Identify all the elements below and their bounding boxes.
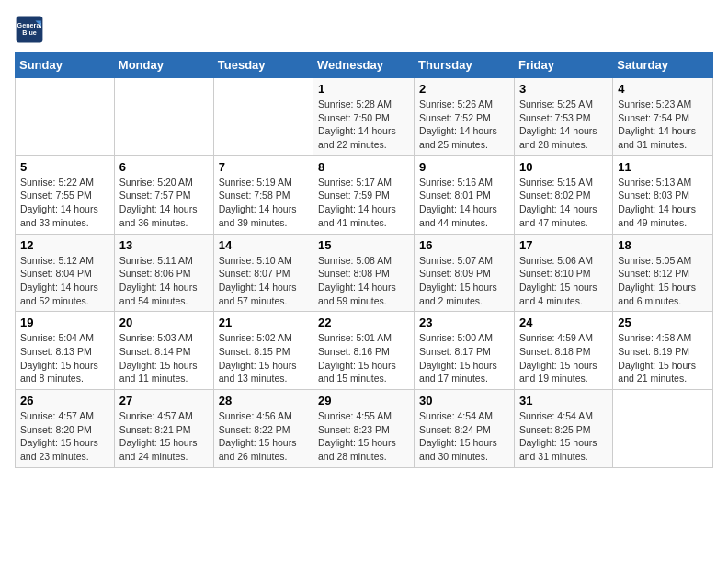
day-info: Sunrise: 5:07 AM Sunset: 8:09 PM Dayligh… <box>419 254 509 308</box>
day-cell: 1Sunrise: 5:28 AM Sunset: 7:50 PM Daylig… <box>313 78 415 156</box>
day-number: 24 <box>519 316 608 329</box>
day-cell: 30Sunrise: 4:54 AM Sunset: 8:24 PM Dayli… <box>415 390 515 468</box>
day-info: Sunrise: 5:28 AM Sunset: 7:50 PM Dayligh… <box>318 98 409 152</box>
day-cell: 24Sunrise: 4:59 AM Sunset: 8:18 PM Dayli… <box>514 312 612 390</box>
day-number: 30 <box>419 394 509 408</box>
day-info: Sunrise: 4:54 AM Sunset: 8:25 PM Dayligh… <box>519 409 608 464</box>
day-cell: 13Sunrise: 5:11 AM Sunset: 8:06 PM Dayli… <box>114 234 213 312</box>
day-info: Sunrise: 4:56 AM Sunset: 8:22 PM Dayligh… <box>219 409 308 464</box>
day-number: 15 <box>318 238 409 252</box>
day-cell: 7Sunrise: 5:19 AM Sunset: 7:58 PM Daylig… <box>213 155 313 234</box>
day-info: Sunrise: 5:06 AM Sunset: 8:10 PM Dayligh… <box>519 254 608 308</box>
day-cell: 18Sunrise: 5:05 AM Sunset: 8:12 PM Dayli… <box>613 234 713 312</box>
day-info: Sunrise: 5:16 AM Sunset: 8:01 PM Dayligh… <box>419 176 509 230</box>
weekday-header-saturday: Saturday <box>613 52 713 78</box>
day-number: 28 <box>219 394 308 408</box>
day-number: 23 <box>419 316 509 329</box>
day-info: Sunrise: 5:26 AM Sunset: 7:52 PM Dayligh… <box>419 98 509 152</box>
calendar-table: SundayMondayTuesdayWednesdayThursdayFrid… <box>15 52 713 468</box>
day-number: 18 <box>618 238 708 252</box>
day-cell: 29Sunrise: 4:55 AM Sunset: 8:23 PM Dayli… <box>313 390 415 468</box>
day-info: Sunrise: 4:54 AM Sunset: 8:24 PM Dayligh… <box>419 409 509 464</box>
day-info: Sunrise: 5:08 AM Sunset: 8:08 PM Dayligh… <box>318 254 409 308</box>
day-info: Sunrise: 4:58 AM Sunset: 8:19 PM Dayligh… <box>618 331 708 385</box>
day-number: 11 <box>618 160 708 174</box>
day-number: 9 <box>419 160 509 174</box>
day-number: 25 <box>618 316 708 329</box>
day-number: 31 <box>519 394 608 408</box>
day-number: 29 <box>318 394 409 408</box>
week-row-3: 12Sunrise: 5:12 AM Sunset: 8:04 PM Dayli… <box>16 234 713 312</box>
weekday-header-wednesday: Wednesday <box>313 52 415 78</box>
day-info: Sunrise: 4:57 AM Sunset: 8:21 PM Dayligh… <box>119 409 209 464</box>
day-cell: 21Sunrise: 5:02 AM Sunset: 8:15 PM Dayli… <box>213 312 313 390</box>
weekday-header-monday: Monday <box>114 52 213 78</box>
day-number: 3 <box>519 82 608 96</box>
day-info: Sunrise: 5:23 AM Sunset: 7:54 PM Dayligh… <box>618 98 708 152</box>
day-cell: 8Sunrise: 5:17 AM Sunset: 7:59 PM Daylig… <box>313 155 415 234</box>
day-number: 19 <box>20 316 109 329</box>
day-number: 7 <box>219 160 308 174</box>
day-info: Sunrise: 5:10 AM Sunset: 8:07 PM Dayligh… <box>219 254 308 308</box>
day-info: Sunrise: 5:02 AM Sunset: 8:15 PM Dayligh… <box>219 331 308 385</box>
week-row-1: 1Sunrise: 5:28 AM Sunset: 7:50 PM Daylig… <box>16 78 713 156</box>
day-cell: 10Sunrise: 5:15 AM Sunset: 8:02 PM Dayli… <box>514 155 612 234</box>
day-cell: 12Sunrise: 5:12 AM Sunset: 8:04 PM Dayli… <box>16 234 115 312</box>
day-cell <box>613 390 713 468</box>
day-cell: 31Sunrise: 4:54 AM Sunset: 8:25 PM Dayli… <box>514 390 612 468</box>
day-cell: 17Sunrise: 5:06 AM Sunset: 8:10 PM Dayli… <box>514 234 612 312</box>
week-row-5: 26Sunrise: 4:57 AM Sunset: 8:20 PM Dayli… <box>16 390 713 468</box>
day-number: 5 <box>20 160 109 174</box>
weekday-header-thursday: Thursday <box>415 52 515 78</box>
day-cell: 3Sunrise: 5:25 AM Sunset: 7:53 PM Daylig… <box>514 78 612 156</box>
logo: General Blue <box>15 15 44 44</box>
day-cell: 27Sunrise: 4:57 AM Sunset: 8:21 PM Dayli… <box>114 390 213 468</box>
day-info: Sunrise: 5:20 AM Sunset: 7:57 PM Dayligh… <box>119 176 209 230</box>
week-row-4: 19Sunrise: 5:04 AM Sunset: 8:13 PM Dayli… <box>16 312 713 390</box>
day-info: Sunrise: 5:19 AM Sunset: 7:58 PM Dayligh… <box>219 176 308 230</box>
day-cell: 14Sunrise: 5:10 AM Sunset: 8:07 PM Dayli… <box>213 234 313 312</box>
logo-icon: General Blue <box>15 15 44 44</box>
day-cell: 23Sunrise: 5:00 AM Sunset: 8:17 PM Dayli… <box>415 312 515 390</box>
day-number: 20 <box>119 316 209 329</box>
day-cell: 15Sunrise: 5:08 AM Sunset: 8:08 PM Dayli… <box>313 234 415 312</box>
day-info: Sunrise: 5:11 AM Sunset: 8:06 PM Dayligh… <box>119 254 209 308</box>
day-number: 1 <box>318 82 409 96</box>
svg-text:Blue: Blue <box>22 29 37 37</box>
day-info: Sunrise: 4:57 AM Sunset: 8:20 PM Dayligh… <box>20 409 109 464</box>
day-number: 13 <box>119 238 209 252</box>
day-cell: 2Sunrise: 5:26 AM Sunset: 7:52 PM Daylig… <box>415 78 515 156</box>
day-cell: 6Sunrise: 5:20 AM Sunset: 7:57 PM Daylig… <box>114 155 213 234</box>
day-number: 12 <box>20 238 109 252</box>
day-cell: 5Sunrise: 5:22 AM Sunset: 7:55 PM Daylig… <box>16 155 115 234</box>
day-cell: 9Sunrise: 5:16 AM Sunset: 8:01 PM Daylig… <box>415 155 515 234</box>
day-info: Sunrise: 5:03 AM Sunset: 8:14 PM Dayligh… <box>119 331 209 385</box>
day-cell: 20Sunrise: 5:03 AM Sunset: 8:14 PM Dayli… <box>114 312 213 390</box>
day-number: 8 <box>318 160 409 174</box>
day-number: 27 <box>119 394 209 408</box>
weekday-header-row: SundayMondayTuesdayWednesdayThursdayFrid… <box>16 52 713 78</box>
day-number: 14 <box>219 238 308 252</box>
day-info: Sunrise: 5:15 AM Sunset: 8:02 PM Dayligh… <box>519 176 608 230</box>
day-info: Sunrise: 5:12 AM Sunset: 8:04 PM Dayligh… <box>20 254 109 308</box>
day-cell: 22Sunrise: 5:01 AM Sunset: 8:16 PM Dayli… <box>313 312 415 390</box>
day-info: Sunrise: 5:13 AM Sunset: 8:03 PM Dayligh… <box>618 176 708 230</box>
page-header: General Blue <box>15 15 713 44</box>
day-info: Sunrise: 4:59 AM Sunset: 8:18 PM Dayligh… <box>519 331 608 385</box>
day-cell <box>114 78 213 156</box>
day-cell: 28Sunrise: 4:56 AM Sunset: 8:22 PM Dayli… <box>213 390 313 468</box>
day-cell: 11Sunrise: 5:13 AM Sunset: 8:03 PM Dayli… <box>613 155 713 234</box>
day-cell: 4Sunrise: 5:23 AM Sunset: 7:54 PM Daylig… <box>613 78 713 156</box>
weekday-header-sunday: Sunday <box>16 52 115 78</box>
day-info: Sunrise: 4:55 AM Sunset: 8:23 PM Dayligh… <box>318 409 409 464</box>
day-number: 6 <box>119 160 209 174</box>
day-cell: 25Sunrise: 4:58 AM Sunset: 8:19 PM Dayli… <box>613 312 713 390</box>
day-info: Sunrise: 5:05 AM Sunset: 8:12 PM Dayligh… <box>618 254 708 308</box>
weekday-header-tuesday: Tuesday <box>213 52 313 78</box>
day-info: Sunrise: 5:04 AM Sunset: 8:13 PM Dayligh… <box>20 331 109 385</box>
day-number: 22 <box>318 316 409 329</box>
day-cell: 19Sunrise: 5:04 AM Sunset: 8:13 PM Dayli… <box>16 312 115 390</box>
day-number: 21 <box>219 316 308 329</box>
day-number: 2 <box>419 82 509 96</box>
day-number: 26 <box>20 394 109 408</box>
